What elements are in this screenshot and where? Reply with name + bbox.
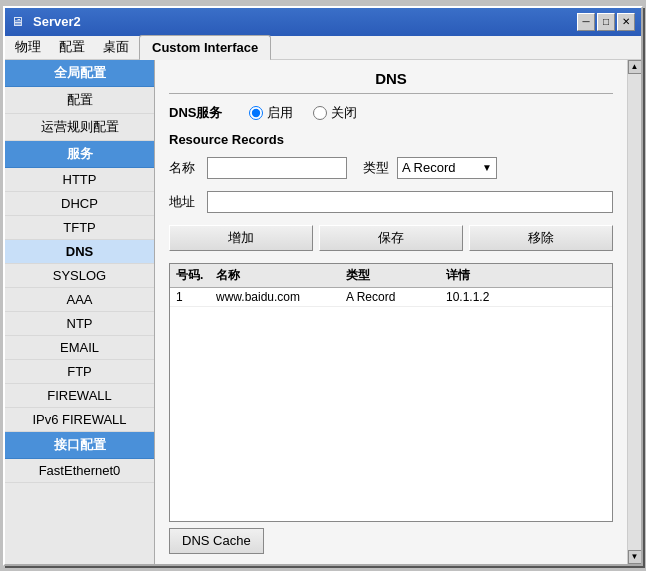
rr-type-label: 类型 xyxy=(363,159,389,177)
remove-button[interactable]: 移除 xyxy=(469,225,613,251)
title-buttons: ─ □ ✕ xyxy=(577,13,635,31)
sidebar-item-http[interactable]: HTTP xyxy=(5,168,154,192)
table-cell-no: 1 xyxy=(170,290,210,304)
table-row[interactable]: 1 www.baidu.com A Record 10.1.1.2 xyxy=(170,288,612,307)
radio-disable-input[interactable] xyxy=(313,106,327,120)
main-window: 🖥 Server2 ─ □ ✕ 物理 配置 桌面 Custom Interfac… xyxy=(3,6,643,566)
dns-service-row: DNS服务 启用 关闭 xyxy=(169,104,613,122)
scroll-down-arrow[interactable]: ▼ xyxy=(628,550,642,564)
sidebar-header-global: 全局配置 xyxy=(5,60,154,87)
radio-group: 启用 关闭 xyxy=(249,104,357,122)
dns-cache-button[interactable]: DNS Cache xyxy=(169,528,264,554)
chevron-down-icon: ▼ xyxy=(482,162,492,173)
save-button[interactable]: 保存 xyxy=(319,225,463,251)
resource-records-label: Resource Records xyxy=(169,132,613,147)
window-icon: 🖥 xyxy=(11,14,27,30)
sidebar-item-rules[interactable]: 运营规则配置 xyxy=(5,114,154,141)
sidebar-scroll: 全局配置 配置 运营规则配置 服务 HTTP DHCP TFTP DNS SYS… xyxy=(5,60,154,564)
buttons-row: 增加 保存 移除 xyxy=(169,225,613,251)
menu-bar: 物理 配置 桌面 Custom Interface xyxy=(5,36,641,60)
dns-service-label: DNS服务 xyxy=(169,104,229,122)
rr-name-input[interactable] xyxy=(207,157,347,179)
sidebar-item-tftp[interactable]: TFTP xyxy=(5,216,154,240)
close-button[interactable]: ✕ xyxy=(617,13,635,31)
sidebar-header-interface: 接口配置 xyxy=(5,432,154,459)
sidebar-item-config[interactable]: 配置 xyxy=(5,87,154,114)
menu-item-wuli[interactable]: 物理 xyxy=(7,36,49,58)
table-header-detail: 详情 xyxy=(440,267,612,284)
radio-disable-label: 关闭 xyxy=(331,104,357,122)
sidebar-item-ipv6firewall[interactable]: IPv6 FIREWALL xyxy=(5,408,154,432)
maximize-button[interactable]: □ xyxy=(597,13,615,31)
table-header-name: 名称 xyxy=(210,267,340,284)
menu-item-custom-interface[interactable]: Custom Interface xyxy=(139,35,271,61)
radio-disable[interactable]: 关闭 xyxy=(313,104,357,122)
sidebar-item-ntp[interactable]: NTP xyxy=(5,312,154,336)
sidebar: 全局配置 配置 运营规则配置 服务 HTTP DHCP TFTP DNS SYS… xyxy=(5,60,155,564)
add-button[interactable]: 增加 xyxy=(169,225,313,251)
rr-name-type-row: 名称 类型 A Record ▼ xyxy=(169,157,613,179)
radio-enable-label: 启用 xyxy=(267,104,293,122)
sidebar-item-syslog[interactable]: SYSLOG xyxy=(5,264,154,288)
table-header: 号码. 名称 类型 详情 xyxy=(170,264,612,288)
title-bar-left: 🖥 Server2 xyxy=(11,14,81,30)
rr-type-select[interactable]: A Record ▼ xyxy=(397,157,497,179)
table-cell-detail: 10.1.1.2 xyxy=(440,290,612,304)
sidebar-item-ftp[interactable]: FTP xyxy=(5,360,154,384)
sidebar-item-email[interactable]: EMAIL xyxy=(5,336,154,360)
rr-name-label: 名称 xyxy=(169,159,199,177)
right-scrollbar: ▲ ▼ xyxy=(627,60,641,564)
table-header-no: 号码. xyxy=(170,267,210,284)
main-panel: DNS DNS服务 启用 关闭 Resource Records xyxy=(155,60,627,564)
dns-title: DNS xyxy=(169,70,613,94)
addr-input[interactable] xyxy=(207,191,613,213)
content-area: 全局配置 配置 运营规则配置 服务 HTTP DHCP TFTP DNS SYS… xyxy=(5,60,641,564)
window-title: Server2 xyxy=(33,14,81,29)
addr-row: 地址 xyxy=(169,191,613,213)
radio-enable-input[interactable] xyxy=(249,106,263,120)
addr-label: 地址 xyxy=(169,193,199,211)
sidebar-item-dns[interactable]: DNS xyxy=(5,240,154,264)
radio-enable[interactable]: 启用 xyxy=(249,104,293,122)
sidebar-item-aaa[interactable]: AAA xyxy=(5,288,154,312)
rr-type-value: A Record xyxy=(402,160,455,175)
scroll-up-arrow[interactable]: ▲ xyxy=(628,60,642,74)
menu-item-peizhi[interactable]: 配置 xyxy=(51,36,93,58)
sidebar-item-fastethernet[interactable]: FastEthernet0 xyxy=(5,459,154,483)
table-cell-type: A Record xyxy=(340,290,440,304)
sidebar-header-service: 服务 xyxy=(5,141,154,168)
minimize-button[interactable]: ─ xyxy=(577,13,595,31)
menu-item-zhuomian[interactable]: 桌面 xyxy=(95,36,137,58)
sidebar-item-dhcp[interactable]: DHCP xyxy=(5,192,154,216)
table-header-type: 类型 xyxy=(340,267,440,284)
title-bar: 🖥 Server2 ─ □ ✕ xyxy=(5,8,641,36)
sidebar-item-firewall[interactable]: FIREWALL xyxy=(5,384,154,408)
table-cell-name: www.baidu.com xyxy=(210,290,340,304)
dns-table: 号码. 名称 类型 详情 1 www.baidu.com A Record 10… xyxy=(169,263,613,522)
